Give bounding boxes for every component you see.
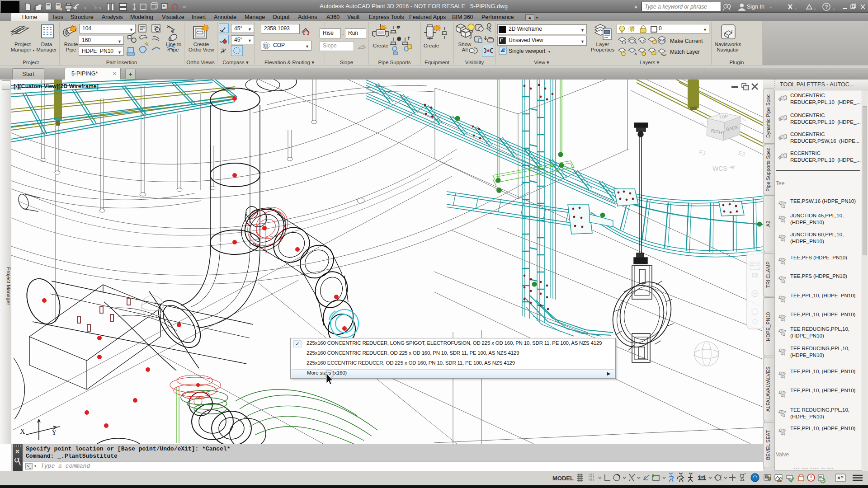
svg-text:[-][Custom View][2D Wireframe]: [-][Custom View][2D Wireframe] [14,83,99,89]
svg-text:@: @ [397,37,401,41]
svg-text:1:1: 1:1 [698,475,706,481]
svg-text:WCS: WCS [712,165,727,172]
svg-text:MODEL: MODEL [552,475,574,482]
svg-text:E2: E2 [737,150,746,158]
svg-text:?: ? [825,4,828,9]
svg-text:⟳: ⟳ [397,25,400,29]
svg-text:FJ: FJ [698,149,706,157]
svg-text:X: X [20,427,25,435]
svg-text:Y: Y [52,428,57,436]
